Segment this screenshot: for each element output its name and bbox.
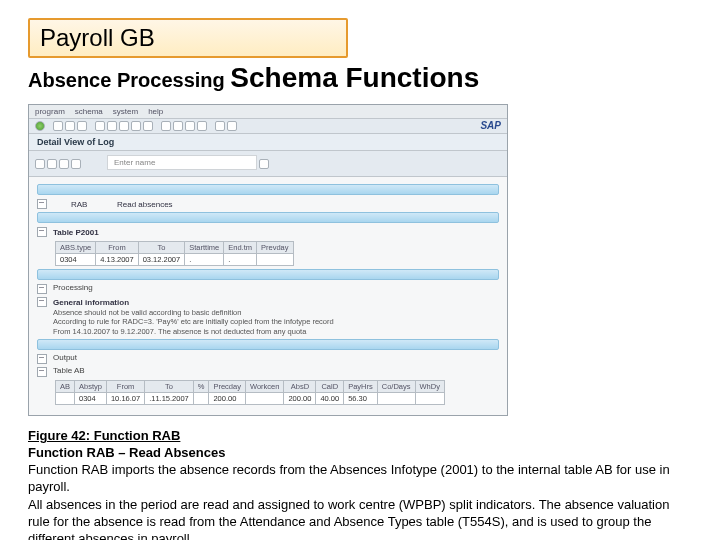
col-header: Precday [209, 381, 246, 393]
toolbar-button[interactable] [161, 121, 171, 131]
toolbar-button[interactable] [131, 121, 141, 131]
menu-item[interactable]: schema [75, 107, 103, 116]
divider-bar [37, 212, 499, 223]
sap-toolbar: SAP [29, 119, 507, 134]
toolbar-button[interactable] [197, 121, 207, 131]
toolbar-button[interactable] [259, 159, 269, 169]
output-row: Output [37, 353, 499, 364]
ok-icon[interactable] [35, 121, 45, 131]
table-header-row: AB Abstyp From To % Precday Workcen AbsD… [56, 381, 445, 393]
toolbar-button[interactable] [119, 121, 129, 131]
collapse-icon[interactable] [37, 199, 47, 209]
menu-item[interactable]: system [113, 107, 138, 116]
toolbar-button[interactable] [173, 121, 183, 131]
proc-line: From 14.10.2007 to 9.12.2007. The absenc… [53, 327, 499, 336]
cell [256, 254, 293, 266]
toolbar-button[interactable] [185, 121, 195, 131]
subtitle: Absence Processing Schema Functions [28, 62, 692, 94]
toolbar-button[interactable] [77, 121, 87, 131]
col-header: Prevday [256, 242, 293, 254]
proc-line: Absence should not be valid according to… [53, 308, 499, 317]
sap-body: RAB Read absences Table P2001 ABS.type F… [29, 177, 507, 415]
table-p2001: ABS.type From To Starttime End.tm Prevda… [55, 241, 294, 266]
collapse-icon[interactable] [37, 284, 47, 294]
toolbar-button[interactable] [227, 121, 237, 131]
input-row: Table P2001 [37, 226, 499, 238]
menu-item[interactable]: help [148, 107, 163, 116]
col-header: End.tm [224, 242, 257, 254]
proc-line: According to rule for RADC=3. 'Pay%' etc… [53, 317, 499, 326]
output-label: Output [53, 353, 77, 362]
table-ab: AB Abstyp From To % Precday Workcen AbsD… [55, 380, 445, 405]
cell: 4.13.2007 [96, 254, 138, 266]
toolbar-button[interactable] [35, 159, 45, 169]
col-header: ABS.type [56, 242, 96, 254]
table-row: 0304 10.16.07 .11.15.2007 200.00 200.00 … [56, 393, 445, 405]
cell: 0304 [56, 254, 96, 266]
col-header: AbsD [284, 381, 316, 393]
sap-window: program schema system help SAP [28, 104, 508, 416]
collapse-icon[interactable] [37, 354, 47, 364]
table-ab-row: Table AB [37, 366, 499, 377]
divider-bar [37, 269, 499, 280]
title-text: Payroll GB [40, 24, 155, 51]
col-header: Abstyp [75, 381, 107, 393]
table-label: Table P2001 [53, 228, 99, 237]
cell: 200.00 [209, 393, 246, 405]
toolbar-button[interactable] [215, 121, 225, 131]
col-header: AB [56, 381, 75, 393]
col-header: From [106, 381, 144, 393]
table-ab-label: Table AB [53, 366, 85, 375]
func-desc: Read absences [117, 200, 173, 209]
cell: 40.00 [316, 393, 344, 405]
col-header: To [145, 381, 194, 393]
func-row: RAB Read absences [37, 198, 499, 209]
col-header: Workcen [245, 381, 283, 393]
cell: 10.16.07 [106, 393, 144, 405]
col-header: Starttime [185, 242, 224, 254]
toolbar-button[interactable] [95, 121, 105, 131]
cell [56, 393, 75, 405]
function-heading: Function RAB – Read Absences [28, 445, 692, 460]
collapse-icon[interactable] [37, 227, 47, 237]
proc-head: General information [53, 298, 499, 307]
cell: 200.00 [284, 393, 316, 405]
cell: 0304 [75, 393, 107, 405]
toolbar-button[interactable] [143, 121, 153, 131]
sap-logo: SAP [480, 120, 501, 131]
body-paragraph: Function RAB imports the absence records… [28, 462, 692, 495]
subtitle-big: Schema Functions [230, 62, 479, 93]
table-row: 0304 4.13.2007 03.12.2007 . . [56, 254, 294, 266]
col-header: Co/Days [377, 381, 415, 393]
toolbar-button[interactable] [107, 121, 117, 131]
table-header-row: ABS.type From To Starttime End.tm Prevda… [56, 242, 294, 254]
cell: .11.15.2007 [145, 393, 194, 405]
toolbar-button[interactable] [47, 159, 57, 169]
sap-hint-field[interactable]: Enter name [107, 155, 257, 170]
figure-caption: Figure 42: Function RAB [28, 428, 692, 443]
cell: 56.30 [344, 393, 378, 405]
menu-item[interactable]: program [35, 107, 65, 116]
col-header: PayHrs [344, 381, 378, 393]
cell: . [224, 254, 257, 266]
col-header: CalD [316, 381, 344, 393]
toolbar-button[interactable] [65, 121, 75, 131]
collapse-icon[interactable] [37, 297, 47, 307]
toolbar-button[interactable] [71, 159, 81, 169]
sap-menu-bar: program schema system help [29, 105, 507, 119]
divider-bar [37, 184, 499, 195]
cell [193, 393, 209, 405]
toolbar-button[interactable] [53, 121, 63, 131]
document-page: Payroll GB Absence Processing Schema Fun… [0, 0, 720, 540]
processing-label: Processing [53, 283, 93, 292]
collapse-icon[interactable] [37, 367, 47, 377]
title-box: Payroll GB [28, 18, 348, 58]
cell: . [185, 254, 224, 266]
proc-info-row: General information Absence should not b… [37, 296, 499, 336]
cell [377, 393, 415, 405]
processing-row: Processing [37, 283, 499, 294]
subtitle-pre: Absence Processing [28, 69, 230, 91]
col-header: WhDy [415, 381, 444, 393]
toolbar-button[interactable] [59, 159, 69, 169]
col-header: From [96, 242, 138, 254]
